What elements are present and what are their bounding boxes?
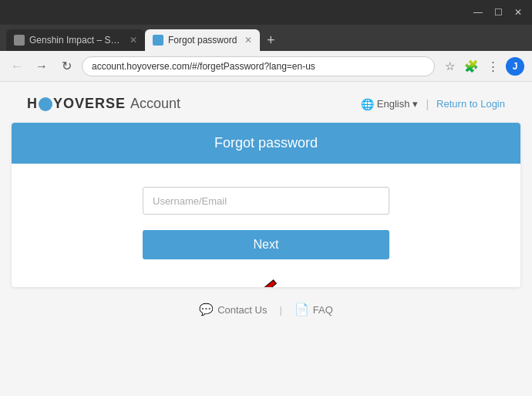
tab-favicon-forgot	[153, 35, 163, 46]
globe-icon: 🌐	[361, 98, 374, 110]
logo-rest: YOVERSE	[53, 96, 126, 112]
extension-icon[interactable]: 🧩	[463, 59, 480, 73]
faq-label: FAQ	[313, 304, 333, 316]
return-to-login-link[interactable]: Return to Login	[436, 98, 505, 110]
svg-marker-0	[237, 277, 278, 287]
footer-divider: |	[279, 304, 281, 316]
tab-label-genshin: Genshin Impact – Step Into ...	[29, 35, 122, 46]
bookmark-icon[interactable]: ☆	[441, 59, 458, 73]
logo-text: H	[27, 96, 38, 112]
more-icon[interactable]: ⋮	[484, 59, 501, 73]
contact-icon: 💬	[199, 303, 214, 316]
chevron-down-icon: ▾	[412, 98, 418, 110]
header-divider: |	[426, 98, 429, 110]
minimize-button[interactable]: —	[470, 7, 486, 18]
page-content: H YOVERSE Account 🌐 English ▾ | Return t…	[0, 82, 532, 396]
faq-icon: 📄	[295, 303, 309, 316]
contact-us-label: Contact Us	[217, 304, 267, 316]
browser-chrome: — ☐ ✕ Genshin Impact – Step Into ... ✕ F…	[0, 0, 532, 82]
tab-close-forgot[interactable]: ✕	[244, 35, 252, 46]
tab-close-genshin[interactable]: ✕	[130, 35, 137, 46]
profile-button[interactable]: J	[506, 57, 524, 76]
main-card: Forgot password Next	[12, 123, 520, 287]
username-email-input[interactable]	[143, 187, 389, 215]
next-button-wrapper: Next	[143, 230, 389, 259]
refresh-button[interactable]: ↻	[57, 59, 76, 73]
address-input[interactable]	[82, 56, 435, 76]
faq-link[interactable]: 📄 FAQ	[295, 303, 333, 316]
language-selector[interactable]: 🌐 English ▾	[361, 98, 419, 110]
maximize-button[interactable]: ☐	[490, 7, 506, 18]
card-body: Next	[12, 164, 520, 287]
tab-favicon-genshin	[14, 35, 25, 46]
contact-us-link[interactable]: 💬 Contact Us	[199, 303, 267, 316]
toolbar-icons: ☆ 🧩 ⋮ J	[441, 57, 524, 76]
tab-genshin[interactable]: Genshin Impact – Step Into ... ✕	[6, 29, 145, 51]
back-button[interactable]: ←	[8, 59, 26, 73]
header-right: 🌐 English ▾ | Return to Login	[361, 98, 505, 110]
title-bar: — ☐ ✕	[0, 0, 532, 25]
next-button[interactable]: Next	[143, 230, 389, 259]
close-button[interactable]: ✕	[510, 7, 526, 18]
tab-label-forgot: Forgot password	[168, 35, 237, 46]
card-header: Forgot password	[12, 123, 520, 164]
site-footer: 💬 Contact Us | 📄 FAQ	[199, 303, 333, 316]
new-tab-button[interactable]: +	[260, 29, 281, 51]
address-bar: ← → ↻ ☆ 🧩 ⋮ J	[0, 51, 532, 82]
account-label: Account	[130, 96, 180, 112]
tabs-bar: Genshin Impact – Step Into ... ✕ Forgot …	[0, 25, 532, 51]
site-header: H YOVERSE Account 🌐 English ▾ | Return t…	[4, 82, 528, 123]
logo-area: H YOVERSE Account	[27, 96, 180, 112]
forward-button[interactable]: →	[32, 59, 51, 73]
card-title: Forgot password	[214, 135, 318, 151]
tab-forgot-password[interactable]: Forgot password ✕	[145, 29, 260, 51]
language-label: English	[377, 98, 410, 110]
logo-circle	[39, 97, 52, 111]
window-controls: — ☐ ✕	[470, 7, 526, 18]
